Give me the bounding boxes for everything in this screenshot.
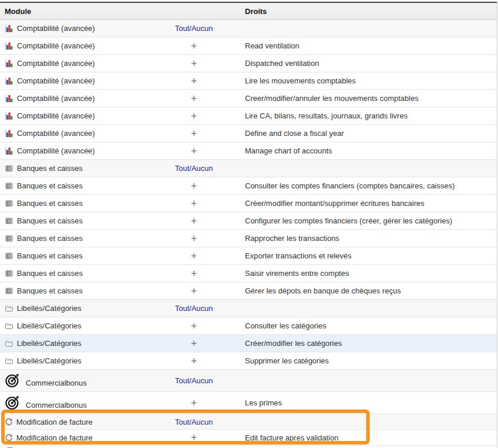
- cash-box-icon: [5, 181, 13, 190]
- table-row: Modification de facture + Edit facture a…: [0, 430, 497, 446]
- toggle-all-link[interactable]: Tout/Aucun: [175, 24, 213, 33]
- module-cell: Comptabilité (avancée): [0, 129, 157, 138]
- action-cell: +: [157, 432, 230, 443]
- table-row: Libellés/Catégories + Créer/modifier les…: [0, 335, 497, 352]
- table-body: Comptabilité (avancée) Tout/Aucun Compta…: [0, 20, 497, 446]
- expand-permission-button[interactable]: +: [191, 93, 197, 104]
- action-cell: Tout/Aucun: [157, 376, 230, 385]
- action-cell: +: [157, 233, 230, 244]
- expand-permission-button[interactable]: +: [191, 216, 197, 226]
- expand-permission-button[interactable]: +: [191, 432, 197, 443]
- expand-permission-button[interactable]: +: [191, 338, 197, 349]
- column-header-module: Module: [0, 7, 157, 16]
- bar-chart-icon: [5, 146, 13, 155]
- expand-permission-button[interactable]: +: [191, 356, 197, 366]
- expand-permission-button[interactable]: +: [191, 41, 197, 51]
- action-cell: +: [157, 76, 230, 86]
- module-cell: Comptabilité (avancée): [0, 24, 157, 33]
- table-row: Banques et caisses + Configurer les comp…: [0, 212, 497, 230]
- action-cell: +: [157, 286, 230, 296]
- toggle-all-link[interactable]: Tout/Aucun: [175, 418, 213, 426]
- bar-chart-icon: [5, 59, 13, 68]
- module-name: Banques et caisses: [17, 251, 83, 260]
- action-cell: Tout/Aucun: [157, 24, 230, 33]
- action-cell: +: [157, 41, 230, 51]
- expand-permission-button[interactable]: +: [191, 111, 197, 121]
- table-row: Banques et caisses + Créer/modifier mont…: [0, 195, 497, 212]
- right-label: Dispatched ventilation: [230, 59, 497, 68]
- table-row: Comptabilité (avancée) + Dispatched vent…: [0, 55, 497, 72]
- expand-permission-button[interactable]: +: [191, 233, 197, 244]
- action-cell: +: [157, 321, 230, 331]
- module-cell: Comptabilité (avancée): [0, 76, 157, 85]
- module-name: Comptabilité (avancée): [17, 94, 95, 103]
- right-label: Rapprocher les transactions: [230, 234, 497, 243]
- action-cell: +: [157, 111, 230, 121]
- toggle-all-link[interactable]: Tout/Aucun: [175, 376, 213, 385]
- action-cell: Tout/Aucun: [157, 304, 230, 313]
- expand-permission-button[interactable]: +: [191, 398, 197, 408]
- table-row: Comptabilité (avancée) Tout/Aucun: [0, 20, 497, 37]
- module-cell: Comptabilité (avancée): [0, 59, 157, 68]
- expand-permission-button[interactable]: +: [191, 268, 197, 279]
- module-name: Comptabilité (avancée): [17, 146, 95, 155]
- module-name: Commercialbonus: [26, 379, 87, 387]
- module-cell: Commercialbonus: [0, 394, 157, 412]
- right-label: Les primes: [230, 398, 497, 407]
- module-cell: Banques et caisses: [0, 199, 157, 208]
- expand-permission-button[interactable]: +: [191, 286, 197, 296]
- toggle-all-link[interactable]: Tout/Aucun: [175, 304, 213, 313]
- action-cell: +: [157, 398, 230, 408]
- cash-box-icon: [5, 234, 13, 243]
- right-label: Lire les mouvements comptables: [230, 76, 497, 85]
- right-label: Supprimer les catégories: [230, 356, 497, 365]
- generic-module-icon: [5, 418, 13, 426]
- bar-chart-icon: [5, 24, 13, 33]
- module-name: Banques et caisses: [17, 269, 83, 278]
- module-cell: Banques et caisses: [0, 164, 157, 173]
- expand-permission-button[interactable]: +: [191, 76, 197, 86]
- expand-permission-button[interactable]: +: [191, 146, 197, 156]
- right-label: Edit facture apres validation: [230, 433, 497, 442]
- permissions-table: Module Droits Comptabilité (avancée) Tou…: [0, 2, 497, 448]
- expand-permission-button[interactable]: +: [191, 251, 197, 261]
- action-cell: Tout/Aucun: [157, 418, 230, 426]
- cash-box-icon: [5, 251, 13, 260]
- table-row: Commercialbonus Tout/Aucun: [0, 370, 497, 392]
- table-row: Comptabilité (avancée) + Lire les mouvem…: [0, 72, 497, 90]
- action-cell: +: [157, 251, 230, 261]
- table-row: Banques et caisses + Consulter les compt…: [0, 177, 497, 195]
- bar-chart-icon: [5, 111, 13, 120]
- module-cell: Banques et caisses: [0, 251, 157, 260]
- toggle-all-link[interactable]: Tout/Aucun: [175, 164, 213, 173]
- right-label: Read ventilation: [230, 41, 497, 50]
- module-name: Comptabilité (avancée): [17, 129, 95, 138]
- module-cell: Commercialbonus: [0, 372, 157, 390]
- expand-permission-button[interactable]: +: [191, 198, 197, 209]
- module-cell: Banques et caisses: [0, 286, 157, 295]
- expand-permission-button[interactable]: +: [191, 128, 197, 139]
- module-cell: Libellés/Catégories: [0, 304, 157, 313]
- action-cell: +: [157, 58, 230, 69]
- table-row: Comptabilité (avancée) + Define and clos…: [0, 125, 497, 142]
- action-cell: +: [157, 268, 230, 279]
- module-cell: Banques et caisses: [0, 234, 157, 243]
- right-label: Créer/modifier montant/supprimer écritur…: [230, 199, 497, 208]
- right-label: Define and close a fiscal year: [230, 129, 497, 138]
- expand-permission-button[interactable]: +: [191, 58, 197, 69]
- action-cell: Tout/Aucun: [157, 164, 230, 173]
- table-row: Comptabilité (avancée) + Manage chart of…: [0, 142, 497, 160]
- folder-icon: [5, 321, 13, 330]
- right-label: Manage chart of accounts: [230, 146, 497, 155]
- module-name: Libellés/Catégories: [17, 356, 82, 365]
- expand-permission-button[interactable]: +: [191, 321, 197, 331]
- module-name: Banques et caisses: [17, 199, 83, 208]
- module-name: Libellés/Catégories: [17, 321, 82, 330]
- module-cell: Comptabilité (avancée): [0, 111, 157, 120]
- module-cell: Comptabilité (avancée): [0, 41, 157, 50]
- expand-permission-button[interactable]: +: [191, 181, 197, 191]
- target-icon: [5, 372, 21, 388]
- cash-box-icon: [5, 286, 13, 295]
- table-row: Banques et caisses + Rapprocher les tran…: [0, 230, 497, 247]
- bar-chart-icon: [5, 129, 13, 138]
